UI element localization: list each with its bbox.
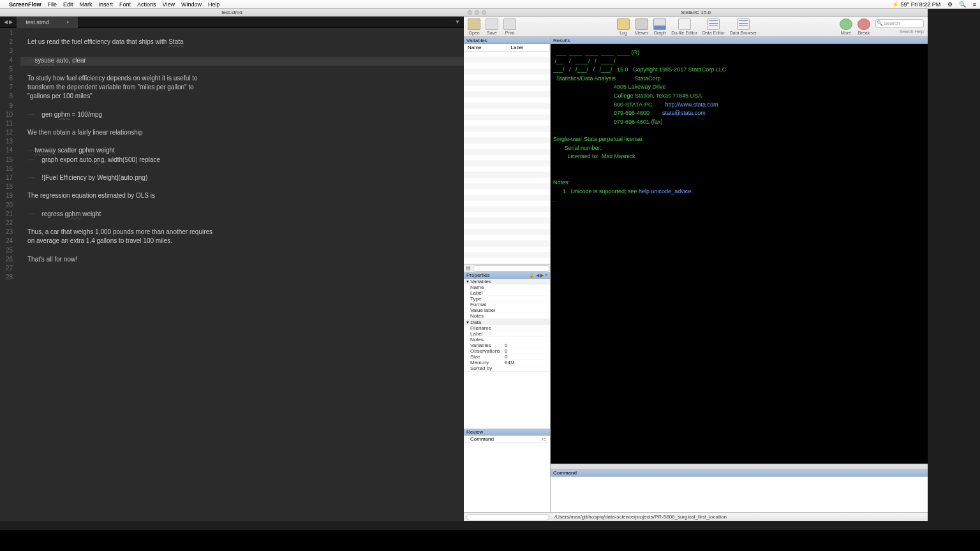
databr-icon xyxy=(737,18,750,30)
print-icon xyxy=(503,18,516,30)
search-input[interactable]: Search xyxy=(875,19,924,28)
variables-filter: ▤ xyxy=(464,264,550,272)
menu-view[interactable]: View xyxy=(163,1,175,8)
break-icon xyxy=(858,18,870,30)
tab-nav-arrows[interactable]: ◀ ▶ xyxy=(0,19,17,25)
dataed-icon xyxy=(707,18,720,30)
editor-area[interactable]: 1234567891011121314151617181920212223242… xyxy=(0,28,464,521)
menu-window[interactable]: Window xyxy=(181,1,202,8)
filter-btn[interactable]: ▤ xyxy=(464,265,473,271)
review-header[interactable]: Review xyxy=(464,429,550,436)
save-button[interactable]: Save xyxy=(486,18,498,35)
stata-window: Stata/IC 15.0 Open Save Print Log Viewer… xyxy=(464,9,928,521)
save-icon xyxy=(486,18,498,30)
results-scrollbar[interactable] xyxy=(551,464,928,469)
more-button[interactable]: More xyxy=(840,18,852,35)
more-icon xyxy=(840,18,852,30)
prop-row: Notes xyxy=(464,337,550,342)
filter-input[interactable] xyxy=(473,265,550,272)
menubar-status[interactable]: ⚡ 59° Fri 8:22 PM ⚙ 🔍 ≡ xyxy=(887,1,976,8)
viewer-button[interactable]: Viewer xyxy=(635,18,648,35)
status-search[interactable] xyxy=(466,514,549,520)
prop-row: Notes xyxy=(464,313,550,319)
prop-group-data[interactable]: ▾ Data xyxy=(464,320,550,325)
menu-font[interactable]: Font xyxy=(119,1,131,8)
prop-row: Label xyxy=(464,290,550,296)
review-body[interactable]: Command_rc xyxy=(464,436,550,512)
results-pane: Results ___ ____ ____ ____ ____ (R) /__ … xyxy=(551,37,928,512)
line-gutter: 1234567891011121314151617181920212223242… xyxy=(0,28,17,521)
graph-button[interactable]: Graph xyxy=(653,18,666,35)
side-panels: Variables Name Label ▤ Properties🔒 ◀ ▶ ≡… xyxy=(464,37,551,512)
print-button[interactable]: Print xyxy=(503,18,516,35)
code-area[interactable]: Let us read the fuel efficiency data tha… xyxy=(17,28,464,521)
menu-mark[interactable]: Mark xyxy=(80,1,93,8)
menu-insert[interactable]: Insert xyxy=(99,1,114,8)
tab-bar: ◀ ▶ test.stmd• ▼ xyxy=(0,17,464,28)
stata-titlebar: Stata/IC 15.0 xyxy=(464,9,928,17)
col-label[interactable]: Label xyxy=(507,44,551,51)
editor-window: test.stmd ◀ ▶ test.stmd• ▼ 1234567891011… xyxy=(0,9,464,521)
properties-header[interactable]: Properties🔒 ◀ ▶ ≡ xyxy=(464,272,550,279)
editor-titlebar: test.stmd xyxy=(0,9,464,17)
macos-menubar: ScreenFlow File Edit Mark Insert Font Ac… xyxy=(0,0,980,9)
menubar-app[interactable]: ScreenFlow xyxy=(9,1,41,8)
stata-statusbar: /Users/max/git/hospiq/data-science/proje… xyxy=(464,512,928,521)
working-directory: /Users/max/git/hospiq/data-science/proje… xyxy=(554,514,925,520)
graph-icon xyxy=(653,18,666,30)
prop-row: Memory64M xyxy=(464,360,550,365)
menu-help[interactable]: Help xyxy=(208,1,220,8)
command-header[interactable]: Command xyxy=(551,469,928,476)
folder-icon xyxy=(468,18,480,30)
dofile-icon xyxy=(678,18,691,30)
databrowser-button[interactable]: Data Browser xyxy=(730,18,757,35)
log-icon xyxy=(617,18,630,30)
stata-toolbar: Open Save Print Log Viewer Graph Do-file… xyxy=(464,17,928,37)
prop-row: Value label xyxy=(464,307,550,313)
properties-body: ▾ Variables NameLabelTypeFormatValue lab… xyxy=(464,279,550,429)
prop-row: Name xyxy=(464,284,550,290)
col-name[interactable]: Name xyxy=(464,44,507,51)
variables-columns: Name Label xyxy=(464,44,550,52)
variables-list[interactable] xyxy=(464,52,550,264)
dataeditor-button[interactable]: Data Editor xyxy=(702,18,725,35)
prop-row: Observations0 xyxy=(464,348,550,354)
traffic-lights[interactable] xyxy=(468,10,486,15)
prop-row: Type xyxy=(464,296,550,302)
prop-row: Filename xyxy=(464,325,550,331)
menu-actions[interactable]: Actions xyxy=(137,1,156,8)
results-header[interactable]: Results xyxy=(551,37,928,44)
command-input[interactable] xyxy=(551,476,928,512)
prop-row: Format xyxy=(464,302,550,307)
prop-row: Sorted by xyxy=(464,365,550,371)
desktop-blackbar xyxy=(0,530,980,551)
tab-dirty-indicator[interactable]: • xyxy=(67,19,69,26)
results-area[interactable]: ___ ____ ____ ____ ____ (R) /__ / ____/ … xyxy=(551,44,928,464)
menu-file[interactable]: File xyxy=(48,1,57,8)
variables-header[interactable]: Variables xyxy=(464,37,550,44)
tab-dropdown[interactable]: ▼ xyxy=(451,19,464,25)
prop-row: Size0 xyxy=(464,354,550,360)
search-help-label: Search Help xyxy=(899,29,924,34)
open-button[interactable]: Open xyxy=(468,18,480,35)
tab-test-stmd[interactable]: test.stmd• xyxy=(17,17,78,28)
dofile-button[interactable]: Do-file Editor xyxy=(671,18,697,35)
menu-edit[interactable]: Edit xyxy=(63,1,73,8)
prop-row: Variables0 xyxy=(464,342,550,348)
break-button[interactable]: Break xyxy=(858,18,870,35)
viewer-icon xyxy=(635,18,648,30)
log-button[interactable]: Log xyxy=(617,18,630,35)
prop-group-variables[interactable]: ▾ Variables xyxy=(464,279,550,284)
prop-row: Label xyxy=(464,331,550,337)
